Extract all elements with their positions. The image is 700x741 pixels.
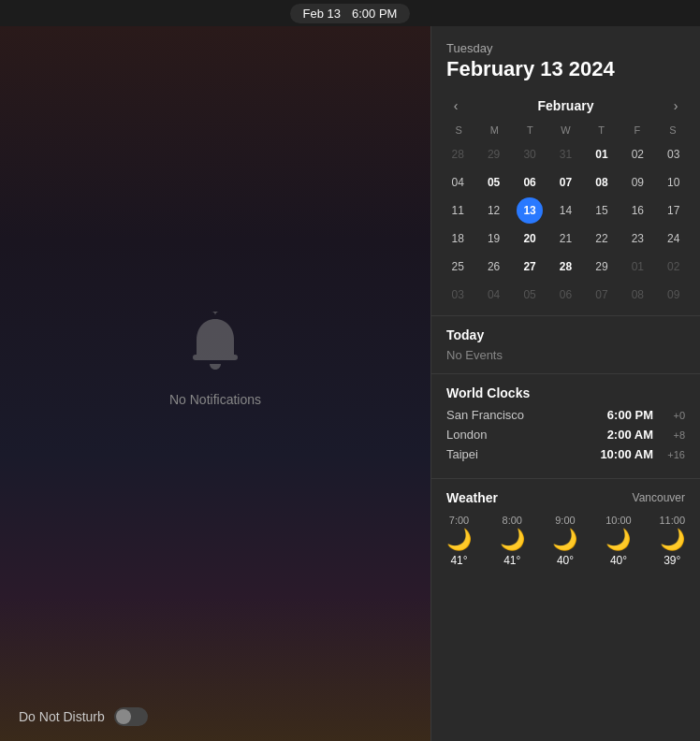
calendar-day[interactable]: 08 <box>589 169 615 196</box>
calendar-day[interactable]: 15 <box>589 197 615 224</box>
dnd-label: Do Not Disturb <box>19 709 105 724</box>
clock-offset: +16 <box>659 449 685 460</box>
toggle-thumb <box>116 709 131 724</box>
calendar-day[interactable]: 09 <box>661 282 687 308</box>
weather-icon: 🌙 <box>660 530 685 550</box>
today-section: Today No Events <box>431 315 700 373</box>
calendar-day[interactable]: 27 <box>517 254 543 280</box>
calendar-header: Tuesday February 13 2024 <box>431 26 700 89</box>
calendar-day[interactable]: 17 <box>661 197 687 224</box>
calendar-day[interactable]: 14 <box>552 197 578 224</box>
next-month-button[interactable]: › <box>666 96 685 115</box>
calendar-days: 2829303101020304050607080910111213141516… <box>441 141 691 308</box>
calendar-day[interactable]: 30 <box>517 141 543 167</box>
notification-area: No Notifications <box>0 26 430 692</box>
calendar-day[interactable]: 07 <box>552 169 578 196</box>
weekday-label: F <box>620 123 655 138</box>
calendar-day[interactable]: 28 <box>552 254 578 280</box>
clock-row: San Francisco 6:00 PM +0 <box>446 408 685 422</box>
clock-time: 6:00 PM <box>607 408 653 422</box>
calendar-day[interactable]: 25 <box>445 254 471 280</box>
weather-hour: 11:00 🌙 39° <box>659 515 685 567</box>
weekday-label: T <box>584 123 620 138</box>
dnd-toggle[interactable] <box>114 707 148 726</box>
calendar-day[interactable]: 02 <box>661 254 687 280</box>
calendar-day[interactable]: 05 <box>517 282 543 308</box>
calendar-day[interactable]: 13 <box>517 197 543 224</box>
weather-hour-time: 9:00 <box>555 515 575 526</box>
weather-title: Weather <box>446 490 498 505</box>
top-bar-pill: Feb 13 6:00 PM <box>290 4 411 23</box>
calendar-day[interactable]: 03 <box>445 282 471 308</box>
weather-hour: 10:00 🌙 40° <box>605 515 632 567</box>
today-empty: No Events <box>446 348 685 362</box>
clocks-list: San Francisco 6:00 PM +0 London 2:00 AM … <box>446 408 685 461</box>
calendar-day-name: Tuesday <box>446 41 685 55</box>
calendar-day[interactable]: 29 <box>481 141 507 167</box>
calendar-day[interactable]: 04 <box>445 169 471 196</box>
weather-header: Weather Vancouver <box>446 490 685 505</box>
no-notifications-text: No Notifications <box>169 392 261 407</box>
calendar-day[interactable]: 20 <box>517 225 543 252</box>
clock-city: Taipei <box>446 447 600 461</box>
weather-icon: 🌙 <box>446 530 472 550</box>
weather-hour-time: 7:00 <box>449 515 469 526</box>
calendar-day[interactable]: 05 <box>481 169 507 196</box>
weekday-label: W <box>547 123 583 138</box>
world-clocks-section: World Clocks San Francisco 6:00 PM +0 Lo… <box>431 373 700 478</box>
calendar-day[interactable]: 28 <box>445 141 471 167</box>
main-container: No Notifications Do Not Disturb Tuesday … <box>0 26 700 741</box>
calendar-day[interactable]: 31 <box>552 141 578 167</box>
calendar-day[interactable]: 02 <box>624 141 650 167</box>
calendar-day[interactable]: 04 <box>481 282 507 308</box>
calendar-day[interactable]: 10 <box>661 169 687 196</box>
calendar-day[interactable]: 01 <box>624 254 650 280</box>
calendar-day[interactable]: 29 <box>589 254 615 280</box>
clock-city: London <box>446 428 607 442</box>
weather-hour: 9:00 🌙 40° <box>552 515 577 567</box>
calendar-day[interactable]: 21 <box>552 225 578 252</box>
clock-row: London 2:00 AM +8 <box>446 428 685 442</box>
calendar-day[interactable]: 18 <box>445 225 471 252</box>
calendar-day[interactable]: 12 <box>481 197 507 224</box>
weather-hour: 7:00 🌙 41° <box>446 515 472 567</box>
calendar-day[interactable]: 26 <box>481 254 507 280</box>
calendar-day[interactable]: 24 <box>661 225 687 252</box>
calendar-day[interactable]: 09 <box>624 169 650 196</box>
calendar-day[interactable]: 16 <box>624 197 650 224</box>
weather-icon: 🌙 <box>500 530 525 550</box>
calendar-day[interactable]: 11 <box>445 197 471 224</box>
dnd-bar: Do Not Disturb <box>0 692 430 741</box>
weekday-label: T <box>512 123 547 138</box>
calendar-day[interactable]: 23 <box>624 225 650 252</box>
prev-month-button[interactable]: ‹ <box>446 96 465 115</box>
weather-temp: 40° <box>557 554 574 567</box>
calendar-day[interactable]: 22 <box>589 225 615 252</box>
top-bar: Feb 13 6:00 PM <box>0 0 700 26</box>
calendar-day[interactable]: 06 <box>552 282 578 308</box>
month-name: February <box>538 98 594 113</box>
weather-hour-time: 11:00 <box>659 515 685 526</box>
calendar-day[interactable]: 06 <box>517 169 543 196</box>
calendar-day[interactable]: 07 <box>589 282 615 308</box>
calendar-day[interactable]: 08 <box>624 282 650 308</box>
clock-row: Taipei 10:00 AM +16 <box>446 447 685 461</box>
weather-icon: 🌙 <box>605 530 631 550</box>
calendar-day[interactable]: 01 <box>589 141 615 167</box>
weekday-label: S <box>655 123 691 138</box>
top-bar-time: 6:00 PM <box>352 7 397 21</box>
month-nav: ‹ February › <box>431 89 700 123</box>
calendar-day[interactable]: 19 <box>481 225 507 252</box>
weather-hours: 7:00 🌙 41° 8:00 🌙 41° 9:00 🌙 40° 10:00 🌙… <box>446 515 685 567</box>
clock-offset: +0 <box>659 410 685 421</box>
top-bar-date: Feb 13 <box>303 7 341 21</box>
calendar-full-date: February 13 2024 <box>446 57 685 81</box>
weather-hour: 8:00 🌙 41° <box>500 515 525 567</box>
clock-time: 2:00 AM <box>607 428 653 442</box>
calendar-grid: SMTWTFS 28293031010203040506070809101112… <box>431 123 700 315</box>
weather-temp: 41° <box>503 554 520 567</box>
weather-location: Vancouver <box>633 491 685 504</box>
weather-icon: 🌙 <box>552 530 577 550</box>
calendar-day[interactable]: 03 <box>661 141 687 167</box>
weather-temp: 40° <box>610 554 627 567</box>
